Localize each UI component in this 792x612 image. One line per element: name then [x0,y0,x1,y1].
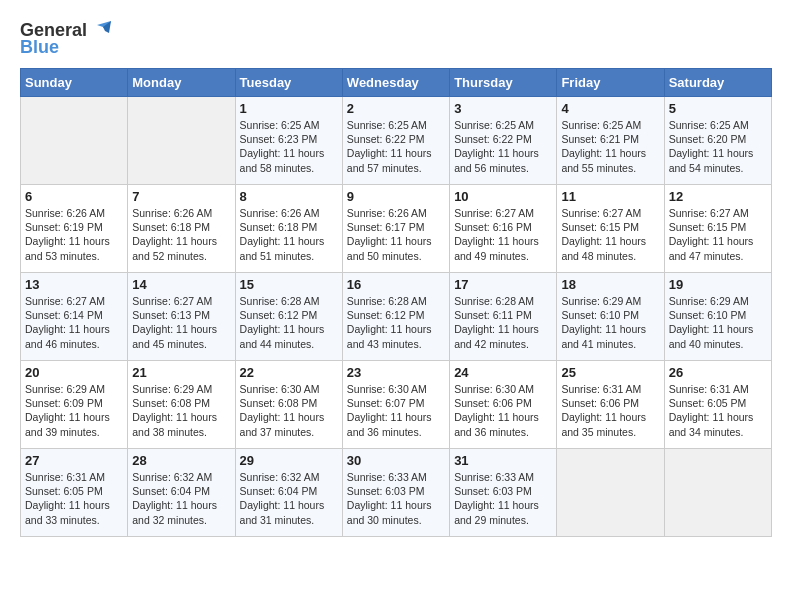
sunrise-time: Sunrise: 6:32 AM [132,471,212,483]
daylight-hours: Daylight: 11 hours and 34 minutes. [669,411,754,437]
sunset-time: Sunset: 6:15 PM [669,221,747,233]
sunset-time: Sunset: 6:15 PM [561,221,639,233]
daylight-hours: Daylight: 11 hours and 42 minutes. [454,323,539,349]
sunset-time: Sunset: 6:08 PM [240,397,318,409]
header-cell-friday: Friday [557,69,664,97]
sunset-time: Sunset: 6:10 PM [561,309,639,321]
calendar-cell: 17 Sunrise: 6:28 AM Sunset: 6:11 PM Dayl… [450,273,557,361]
sunset-time: Sunset: 6:09 PM [25,397,103,409]
daylight-hours: Daylight: 11 hours and 45 minutes. [132,323,217,349]
sunrise-time: Sunrise: 6:29 AM [132,383,212,395]
calendar-cell: 14 Sunrise: 6:27 AM Sunset: 6:13 PM Dayl… [128,273,235,361]
sunrise-time: Sunrise: 6:27 AM [454,207,534,219]
day-info: Sunrise: 6:27 AM Sunset: 6:15 PM Dayligh… [669,206,767,263]
day-number: 16 [347,277,445,292]
sunrise-time: Sunrise: 6:27 AM [669,207,749,219]
header-cell-sunday: Sunday [21,69,128,97]
daylight-hours: Daylight: 11 hours and 32 minutes. [132,499,217,525]
day-info: Sunrise: 6:33 AM Sunset: 6:03 PM Dayligh… [454,470,552,527]
sunset-time: Sunset: 6:20 PM [669,133,747,145]
sunset-time: Sunset: 6:14 PM [25,309,103,321]
day-number: 8 [240,189,338,204]
day-number: 7 [132,189,230,204]
calendar-cell: 4 Sunrise: 6:25 AM Sunset: 6:21 PM Dayli… [557,97,664,185]
calendar-cell [21,97,128,185]
daylight-hours: Daylight: 11 hours and 50 minutes. [347,235,432,261]
day-number: 26 [669,365,767,380]
header-cell-wednesday: Wednesday [342,69,449,97]
day-number: 18 [561,277,659,292]
sunset-time: Sunset: 6:10 PM [669,309,747,321]
daylight-hours: Daylight: 11 hours and 46 minutes. [25,323,110,349]
day-number: 5 [669,101,767,116]
day-info: Sunrise: 6:31 AM Sunset: 6:06 PM Dayligh… [561,382,659,439]
day-info: Sunrise: 6:32 AM Sunset: 6:04 PM Dayligh… [132,470,230,527]
day-info: Sunrise: 6:28 AM Sunset: 6:12 PM Dayligh… [240,294,338,351]
daylight-hours: Daylight: 11 hours and 31 minutes. [240,499,325,525]
day-info: Sunrise: 6:27 AM Sunset: 6:14 PM Dayligh… [25,294,123,351]
sunset-time: Sunset: 6:22 PM [454,133,532,145]
day-info: Sunrise: 6:26 AM Sunset: 6:18 PM Dayligh… [240,206,338,263]
sunset-time: Sunset: 6:07 PM [347,397,425,409]
day-info: Sunrise: 6:28 AM Sunset: 6:12 PM Dayligh… [347,294,445,351]
sunrise-time: Sunrise: 6:26 AM [25,207,105,219]
daylight-hours: Daylight: 11 hours and 40 minutes. [669,323,754,349]
header-cell-thursday: Thursday [450,69,557,97]
day-info: Sunrise: 6:29 AM Sunset: 6:10 PM Dayligh… [669,294,767,351]
calendar-cell: 3 Sunrise: 6:25 AM Sunset: 6:22 PM Dayli… [450,97,557,185]
day-number: 17 [454,277,552,292]
sunset-time: Sunset: 6:04 PM [132,485,210,497]
sunrise-time: Sunrise: 6:27 AM [25,295,105,307]
sunset-time: Sunset: 6:18 PM [240,221,318,233]
day-info: Sunrise: 6:25 AM Sunset: 6:23 PM Dayligh… [240,118,338,175]
sunrise-time: Sunrise: 6:26 AM [132,207,212,219]
day-info: Sunrise: 6:32 AM Sunset: 6:04 PM Dayligh… [240,470,338,527]
day-info: Sunrise: 6:25 AM Sunset: 6:21 PM Dayligh… [561,118,659,175]
day-number: 15 [240,277,338,292]
day-number: 29 [240,453,338,468]
day-number: 23 [347,365,445,380]
sunset-time: Sunset: 6:06 PM [454,397,532,409]
daylight-hours: Daylight: 11 hours and 35 minutes. [561,411,646,437]
day-number: 27 [25,453,123,468]
sunrise-time: Sunrise: 6:29 AM [561,295,641,307]
daylight-hours: Daylight: 11 hours and 54 minutes. [669,147,754,173]
day-number: 11 [561,189,659,204]
calendar-cell: 25 Sunrise: 6:31 AM Sunset: 6:06 PM Dayl… [557,361,664,449]
day-info: Sunrise: 6:33 AM Sunset: 6:03 PM Dayligh… [347,470,445,527]
calendar-week-1: 1 Sunrise: 6:25 AM Sunset: 6:23 PM Dayli… [21,97,772,185]
day-number: 24 [454,365,552,380]
calendar-cell: 19 Sunrise: 6:29 AM Sunset: 6:10 PM Dayl… [664,273,771,361]
sunset-time: Sunset: 6:13 PM [132,309,210,321]
sunrise-time: Sunrise: 6:31 AM [25,471,105,483]
day-info: Sunrise: 6:27 AM Sunset: 6:16 PM Dayligh… [454,206,552,263]
sunset-time: Sunset: 6:05 PM [25,485,103,497]
daylight-hours: Daylight: 11 hours and 41 minutes. [561,323,646,349]
day-info: Sunrise: 6:25 AM Sunset: 6:22 PM Dayligh… [347,118,445,175]
day-number: 13 [25,277,123,292]
sunrise-time: Sunrise: 6:28 AM [347,295,427,307]
calendar-cell [128,97,235,185]
sunset-time: Sunset: 6:12 PM [347,309,425,321]
calendar-cell: 16 Sunrise: 6:28 AM Sunset: 6:12 PM Dayl… [342,273,449,361]
calendar-week-3: 13 Sunrise: 6:27 AM Sunset: 6:14 PM Dayl… [21,273,772,361]
daylight-hours: Daylight: 11 hours and 52 minutes. [132,235,217,261]
header-cell-tuesday: Tuesday [235,69,342,97]
sunrise-time: Sunrise: 6:25 AM [454,119,534,131]
daylight-hours: Daylight: 11 hours and 49 minutes. [454,235,539,261]
page-header: General Blue [20,20,772,58]
day-number: 20 [25,365,123,380]
sunrise-time: Sunrise: 6:25 AM [347,119,427,131]
sunrise-time: Sunrise: 6:33 AM [454,471,534,483]
header-cell-saturday: Saturday [664,69,771,97]
day-number: 1 [240,101,338,116]
daylight-hours: Daylight: 11 hours and 47 minutes. [669,235,754,261]
day-info: Sunrise: 6:25 AM Sunset: 6:20 PM Dayligh… [669,118,767,175]
sunset-time: Sunset: 6:22 PM [347,133,425,145]
sunrise-time: Sunrise: 6:30 AM [347,383,427,395]
sunrise-time: Sunrise: 6:25 AM [561,119,641,131]
day-number: 10 [454,189,552,204]
sunset-time: Sunset: 6:18 PM [132,221,210,233]
day-info: Sunrise: 6:26 AM Sunset: 6:19 PM Dayligh… [25,206,123,263]
sunset-time: Sunset: 6:05 PM [669,397,747,409]
